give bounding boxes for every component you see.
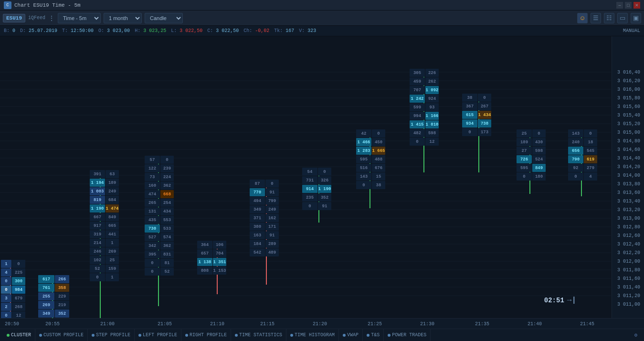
cluster-col-12: 143 0 240 18 656 545 790 619 92 279 — [568, 129, 597, 181]
expand-icon-button[interactable]: ▣ — [631, 13, 641, 23]
price-tick: 3 016,00 — [617, 87, 640, 92]
time-tick: 20:55 — [45, 321, 60, 327]
cluster-col-1: 1 0 4 225 0 300 0 984 3 679 — [1, 260, 25, 318]
period-select[interactable]: 1 month 1 week 3 months — [104, 13, 142, 23]
cluster-col-6: 87 0 770 91 494 799 349 249 371 162 — [250, 180, 279, 256]
step-profile-label: STEP PROFILE — [96, 332, 130, 338]
price-tick: 3 015,40 — [617, 113, 640, 118]
price-tick: 3 013,60 — [617, 190, 640, 195]
status-right-profile[interactable]: RIGHT PROFILE — [181, 329, 231, 341]
price-tick: 3 014,20 — [617, 164, 640, 170]
status-custom-profile[interactable]: CUSTOM PROFILE — [35, 329, 88, 341]
price-tick: 3 014,00 — [617, 173, 640, 178]
status-step-profile[interactable]: STEP PROFILE — [88, 329, 135, 341]
status-power-trades[interactable]: POWER TRADES — [384, 329, 431, 341]
chart-and-price: 1 0 4 225 0 300 0 984 3 679 — [0, 36, 644, 318]
panel-icon-button[interactable]: ▭ — [617, 13, 628, 23]
window-title: Chart ESU19 Time - 5m — [14, 2, 616, 8]
chart-icon-button[interactable]: ☷ — [604, 13, 614, 23]
time-tick: 20:50 — [5, 321, 19, 327]
price-tick: 3 011,80 — [617, 267, 640, 273]
custom-profile-dot — [39, 334, 42, 337]
change-info: Ch: -0,02 — [243, 28, 269, 33]
status-time-statistics[interactable]: TIME STATISTICS — [231, 329, 286, 341]
price-tick: 3 011,20 — [617, 293, 640, 298]
cluster-col-8: 42 0 1 466 450 1 283 1 665 595 488 516 — [356, 129, 385, 189]
price-tick: 3 011,00 — [617, 302, 640, 307]
timestamp-arrow: →| — [567, 296, 576, 305]
cluster-col-9: 305 226 459 262 707 1 092 1 242 924 599 — [410, 69, 439, 146]
status-bar: CLUSTER CUSTOM PROFILE STEP PROFILE LEFT… — [0, 329, 644, 341]
price-tick: 3 014,80 — [617, 139, 640, 144]
info-bar: B: 0 D: 25.07.2019 T: 12:50:00 O: 3 023,… — [0, 26, 644, 36]
cluster-col-2: 617 266 761 358 255 229 269 219 349 35 — [38, 275, 69, 318]
cluster-col-5: 364 106 657 704 1 138 1 351 808 1 153 — [197, 241, 226, 275]
price-tick: 3 014,40 — [617, 156, 640, 161]
price-tick: 3 011,60 — [617, 276, 640, 281]
price-tick: 3 016,20 — [617, 78, 640, 84]
status-cluster[interactable]: CLUSTER — [3, 329, 35, 341]
close-info: C: 3 022,50 — [207, 28, 239, 33]
price-tick: 3 015,80 — [617, 96, 640, 101]
price-tick: 3 012,00 — [617, 259, 640, 264]
price-tick: 3 012,20 — [617, 250, 640, 256]
price-tick: 3 013,80 — [617, 181, 640, 187]
status-vwap[interactable]: VWAP — [339, 329, 363, 341]
chart-canvas[interactable]: 1 0 4 225 0 300 0 984 3 679 — [0, 36, 612, 318]
timeframe-select[interactable]: Time - 5m Time - 1m Time - 15m — [58, 13, 101, 23]
price-tick: 3 013,20 — [617, 207, 640, 213]
time-tick: 21:25 — [368, 321, 382, 327]
price-tick: 3 012,80 — [617, 224, 640, 230]
title-bar: C Chart ESU19 Time - 5m – □ ✕ — [0, 0, 644, 11]
price-axis-labels: 3 016,403 016,203 016,003 015,803 015,60… — [612, 36, 642, 318]
price-tick: 3 015,00 — [617, 130, 640, 135]
cluster-label: CLUSTER — [11, 332, 31, 338]
time-tick: 21:10 — [210, 321, 224, 327]
table-icon-button[interactable]: ☰ — [591, 13, 601, 23]
time-histogram-dot — [290, 334, 293, 337]
cluster-col-11: 25 0 189 430 27 598 726 524 595 849 — [517, 129, 546, 181]
high-info: H: 3 023,25 — [135, 28, 166, 33]
settings-gear[interactable]: ⚙ — [630, 332, 641, 338]
cluster-dot — [7, 334, 10, 337]
ts-dot — [367, 334, 370, 337]
window-controls: – □ ✕ — [616, 2, 640, 9]
price-tick: 3 011,40 — [617, 285, 640, 290]
price-axis: 3 016,403 016,203 016,003 015,803 015,60… — [612, 36, 644, 318]
time-histogram-label: TIME HISTOGRAM — [295, 332, 335, 338]
maximize-button[interactable]: □ — [625, 2, 632, 9]
manual-label: MANUAL — [623, 28, 640, 33]
status-time-histogram[interactable]: TIME HISTOGRAM — [286, 329, 339, 341]
price-tick: 3 015,60 — [617, 104, 640, 109]
time-row-container: 20:5020:5521:0021:0521:1021:1521:2021:25… — [0, 318, 644, 329]
close-button[interactable]: ✕ — [633, 2, 640, 9]
left-profile-label: LEFT PROFILE — [143, 332, 177, 338]
time-tick: 21:00 — [100, 321, 115, 327]
time-tick: 21:15 — [260, 321, 274, 327]
toolbar: ESU19 iQFeed ⋮ Time - 5m Time - 1m Time … — [0, 11, 644, 26]
price-tick: 3 013,40 — [617, 199, 640, 204]
time-tick: 21:30 — [420, 321, 434, 327]
cluster-col-3: 391 63 1 194 189 1 003 249 819 684 1 190 — [90, 170, 119, 281]
minimize-button[interactable]: – — [616, 2, 623, 9]
ts-label: T&S — [371, 332, 380, 338]
chart-type-select[interactable]: Candle Bar Line — [145, 13, 183, 23]
user-icon-button[interactable]: ☺ — [577, 13, 588, 23]
time-statistics-label: TIME STATISTICS — [239, 332, 282, 338]
timestamp-display: 02:51 →| — [544, 296, 576, 305]
right-profile-dot — [185, 334, 188, 337]
right-profile-label: RIGHT PROFILE — [190, 332, 227, 338]
custom-profile-label: CUSTOM PROFILE — [43, 332, 84, 338]
low-info: L: 3 022,50 — [171, 28, 202, 33]
time-tick: 21:40 — [528, 321, 542, 327]
vwap-dot — [343, 334, 346, 337]
time-statistics-dot — [235, 334, 238, 337]
status-left-profile[interactable]: LEFT PROFILE — [135, 329, 181, 341]
step-profile-dot — [92, 334, 95, 337]
status-ts[interactable]: T&S — [363, 329, 384, 341]
symbol-badge[interactable]: ESU19 — [3, 14, 25, 22]
timestamp-value: 02:51 — [544, 297, 564, 304]
symbol-menu-button[interactable]: ⋮ — [48, 15, 55, 21]
volume-info: V: 323 — [299, 28, 316, 33]
price-tick: 3 012,40 — [617, 242, 640, 247]
